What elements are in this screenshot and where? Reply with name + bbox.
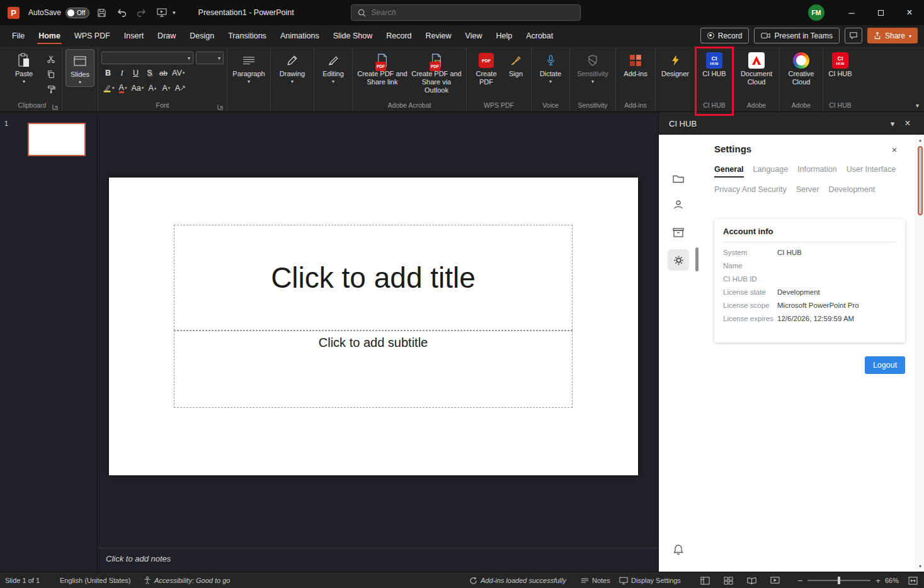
settings-tab-privacy[interactable]: Privacy And Security — [714, 185, 787, 196]
tab-file[interactable]: File — [5, 25, 31, 47]
slide-thumbnail-pane[interactable]: 1 — [0, 112, 98, 572]
account-icon[interactable] — [668, 194, 689, 215]
settings-tab-language[interactable]: Language — [753, 165, 789, 178]
paragraph-button[interactable]: Paragraph ▾ — [231, 49, 267, 84]
creative-cloud-button[interactable]: Creative Cloud — [783, 49, 819, 86]
reading-view-button[interactable] — [747, 577, 756, 584]
underline-button[interactable]: U — [129, 67, 142, 79]
settings-close-button[interactable]: × — [887, 142, 901, 156]
strikethrough-button[interactable]: ab — [157, 67, 170, 79]
collapse-ribbon-button[interactable]: ▾ — [916, 102, 919, 109]
slide-canvas[interactable]: Click to add title Click to add subtitle… — [98, 112, 658, 572]
new-slide-button[interactable]: Slides ▾ — [66, 49, 94, 87]
font-name-combo[interactable]: ▾ — [101, 52, 193, 64]
tab-draw[interactable]: Draw — [151, 25, 183, 47]
slide-thumbnail[interactable] — [28, 123, 86, 156]
cut-button[interactable] — [43, 53, 59, 65]
fit-to-window-button[interactable] — [908, 572, 918, 588]
tab-help[interactable]: Help — [489, 25, 519, 47]
designer-button[interactable]: Designer — [659, 49, 692, 78]
scrollbar-thumb[interactable] — [918, 146, 923, 215]
font-color-button[interactable]: A▾ — [117, 82, 130, 94]
tab-transitions[interactable]: Transitions — [221, 25, 273, 47]
zoom-slider-thumb[interactable] — [838, 577, 840, 584]
notes-pane[interactable]: Click to add notes — [98, 548, 658, 572]
settings-gear-icon[interactable] — [668, 249, 689, 271]
copy-button[interactable] — [43, 68, 59, 81]
tab-wps-pdf[interactable]: WPS PDF — [67, 25, 117, 47]
bold-button[interactable]: B — [101, 67, 115, 79]
search-box[interactable] — [351, 4, 581, 21]
record-button[interactable]: Record — [700, 28, 750, 43]
wps-create-pdf-button[interactable]: PDF Create PDF — [470, 49, 503, 86]
notes-toggle[interactable]: Notes — [581, 572, 610, 588]
start-presentation-button[interactable] — [154, 4, 170, 21]
task-pane-close-button[interactable]: × — [900, 116, 915, 131]
character-spacing-button[interactable]: AV▾ — [171, 67, 186, 79]
settings-tab-general[interactable]: General — [714, 165, 744, 178]
zoom-out-button[interactable]: − — [797, 575, 802, 585]
slide-info[interactable]: Slide 1 of 1 — [5, 572, 40, 588]
editing-button[interactable]: Editing ▾ — [317, 49, 349, 84]
dialog-launcher-icon[interactable] — [52, 104, 59, 110]
change-case-button[interactable]: Aa▾ — [130, 82, 145, 94]
zoom-level[interactable]: 66% — [885, 572, 899, 588]
zoom-in-button[interactable]: + — [876, 576, 881, 585]
dictate-button[interactable]: Dictate ▾ — [535, 49, 566, 84]
scroll-up-icon[interactable]: ▴ — [916, 137, 924, 143]
autosave-control[interactable]: AutoSave Off — [28, 8, 89, 18]
archive-icon[interactable] — [668, 222, 689, 243]
task-pane-scrollbar[interactable]: ▴ ▾ — [915, 135, 924, 572]
present-in-teams-button[interactable]: Present in Teams — [754, 28, 840, 43]
italic-button[interactable]: I — [115, 67, 128, 79]
scroll-down-icon[interactable]: ▾ — [916, 563, 924, 569]
text-shadow-button[interactable]: S — [143, 67, 156, 79]
settings-tab-development[interactable]: Development — [828, 185, 875, 196]
tab-review[interactable]: Review — [419, 25, 459, 47]
maximize-button[interactable] — [866, 0, 895, 25]
tab-home[interactable]: Home — [31, 25, 67, 47]
create-pdf-outlook-button[interactable]: PDF Create PDF and Share via Outlook — [410, 49, 463, 94]
ci-hub-2-button[interactable]: CIHUB CI HUB — [826, 49, 854, 78]
accessibility-status[interactable]: Accessibility: Good to go — [144, 572, 230, 588]
slide[interactable]: Click to add title Click to add subtitle — [109, 178, 638, 475]
save-button[interactable] — [93, 4, 110, 21]
title-placeholder[interactable]: Click to add title — [174, 225, 573, 331]
add-ins-button[interactable]: Add-ins — [619, 49, 652, 78]
document-cloud-button[interactable]: Document Cloud — [737, 49, 776, 86]
autosave-toggle[interactable]: Off — [66, 8, 89, 18]
font-size-combo[interactable]: ▾ — [196, 52, 224, 64]
shrink-font-button[interactable]: A▾ — [159, 82, 173, 94]
inner-scrollbar-thumb[interactable] — [695, 247, 699, 271]
tab-record[interactable]: Record — [379, 25, 418, 47]
share-button[interactable]: Share ▾ — [867, 28, 918, 43]
comments-button[interactable] — [845, 28, 862, 43]
avatar[interactable]: FM — [808, 4, 824, 21]
paste-button[interactable]: Paste ▾ — [6, 49, 42, 84]
subtitle-placeholder[interactable]: Click to add subtitle — [174, 331, 573, 408]
tab-design[interactable]: Design — [183, 25, 221, 47]
bell-icon[interactable] — [668, 539, 689, 560]
settings-tab-information[interactable]: Information — [797, 165, 837, 178]
sign-button[interactable]: Sign — [504, 49, 528, 78]
search-input[interactable] — [371, 8, 574, 17]
settings-tab-server[interactable]: Server — [796, 185, 819, 196]
redo-button[interactable] — [134, 4, 150, 21]
text-highlight-button[interactable]: ▾ — [101, 82, 116, 94]
customize-quick-access-icon[interactable]: ▾ — [173, 9, 176, 16]
dialog-launcher-icon[interactable] — [217, 104, 224, 110]
folder-icon[interactable] — [668, 167, 689, 189]
close-button[interactable]: × — [895, 0, 924, 25]
slide-sorter-view-button[interactable] — [724, 577, 733, 585]
task-pane-options-button[interactable]: ▾ — [885, 116, 900, 131]
slideshow-view-button[interactable] — [770, 577, 780, 585]
tab-acrobat[interactable]: Acrobat — [519, 25, 560, 47]
sensitivity-button[interactable]: Sensitivity ▾ — [573, 49, 612, 84]
normal-view-button[interactable] — [700, 577, 710, 585]
settings-tab-user-interface[interactable]: User Interface — [847, 165, 896, 178]
create-pdf-share-link-button[interactable]: PDF Create PDF and Share link — [356, 49, 409, 86]
tab-insert[interactable]: Insert — [117, 25, 151, 47]
logout-button[interactable]: Logout — [865, 356, 905, 374]
undo-button[interactable] — [113, 4, 130, 21]
tab-view[interactable]: View — [459, 25, 489, 47]
